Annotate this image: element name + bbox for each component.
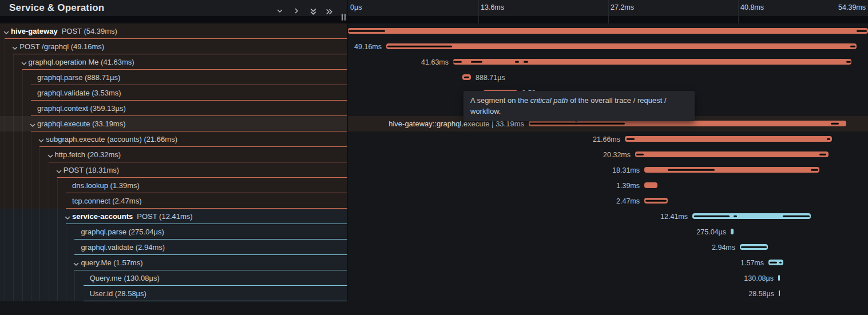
chevron-down-icon[interactable]: [29, 121, 36, 127]
span-bar-row: 41.63ms: [348, 54, 868, 70]
chevron-down-icon[interactable]: [11, 43, 18, 50]
indent-guide: [22, 240, 23, 255]
span-tree-row[interactable]: dns.lookup (1.39ms): [0, 178, 347, 193]
double-chevron-right-icon[interactable]: [325, 7, 334, 17]
chevron-down-icon[interactable]: [276, 7, 286, 17]
duration-label: 130.08µs: [744, 274, 774, 282]
chevron-down-icon[interactable]: [21, 59, 27, 66]
critical-path-segment: [387, 46, 452, 47]
duration-label: 275.04µs: [696, 228, 726, 236]
span-duration-bar[interactable]: [625, 136, 832, 142]
critical-path-segment: [741, 246, 767, 248]
span-duration-bar[interactable]: [740, 244, 768, 250]
duration-label: 888.71µs: [475, 74, 505, 82]
indent-guide: [39, 193, 40, 209]
span-label: User.id (28.58µs): [90, 289, 146, 298]
indent-guide: [22, 147, 23, 162]
duration-label: 2.94ms: [712, 244, 735, 252]
span-tree-row[interactable]: graphql.context (359.13µs): [0, 101, 347, 116]
span-tree-row[interactable]: hive-gatewayPOST (54.39ms): [0, 23, 347, 39]
duration-label: 41.63ms: [421, 58, 449, 66]
span-label: http.fetch (20.32ms): [55, 150, 121, 159]
span-duration-bar[interactable]: [778, 275, 780, 281]
chevron-right-icon[interactable]: [293, 7, 302, 17]
indent-guide: [13, 116, 14, 131]
span-tree-row[interactable]: http.fetch (20.32ms): [0, 147, 347, 162]
double-chevron-down-icon[interactable]: [309, 7, 318, 17]
span-bar-row: 18.31ms: [348, 162, 868, 178]
span-tree-row[interactable]: graphql.validate (3.53ms): [0, 85, 347, 101]
indent-guide: [22, 116, 23, 131]
span-duration-bar[interactable]: [644, 182, 657, 188]
span-tree-row[interactable]: graphql.operation Me (41.63ms): [0, 54, 347, 70]
axis-tick-label: 0µs: [350, 3, 362, 11]
chevron-down-icon[interactable]: [3, 28, 10, 35]
critical-path-segment: [811, 169, 818, 171]
axis-tick-label: 40.8ms: [740, 3, 764, 11]
indent-guide: [22, 101, 23, 116]
column-resize-handle[interactable]: [341, 14, 346, 21]
span-tree-row[interactable]: query.Me (1.57ms): [0, 255, 347, 270]
span-tree-row[interactable]: subgraph.execute (accounts) (21.66ms): [0, 131, 347, 147]
critical-path-segment: [734, 216, 737, 217]
indent-guide: [49, 240, 49, 255]
indent-guide: [5, 39, 5, 54]
critical-path-segment: [827, 138, 830, 140]
axis-tick-label: 27.2ms: [611, 3, 634, 11]
duration-label: 18.31ms: [612, 166, 640, 174]
span-duration-bar[interactable]: [386, 43, 857, 49]
indent-guide: [22, 209, 23, 224]
indent-guide: [5, 286, 5, 301]
span-duration-bar[interactable]: [731, 229, 734, 234]
indent-guide: [31, 270, 31, 286]
chevron-down-icon[interactable]: [73, 260, 80, 266]
indent-guide: [22, 193, 23, 209]
span-duration-bar[interactable]: [644, 167, 819, 173]
duration-label: 28.58µs: [748, 290, 774, 298]
indent-guide: [39, 209, 40, 224]
span-bar-row: 12.41ms: [348, 209, 868, 224]
critical-path-segment: [783, 216, 810, 217]
chevron-down-icon[interactable]: [56, 167, 62, 174]
span-tree-row[interactable]: tcp.connect (2.47ms): [0, 193, 347, 209]
span-duration-bar[interactable]: [644, 198, 668, 204]
chevron-down-icon[interactable]: [38, 136, 45, 143]
indent-guide: [5, 54, 5, 70]
indent-guide: [13, 54, 14, 70]
span-duration-bar[interactable]: [779, 290, 780, 296]
span-tree-row[interactable]: graphql.parse (275.04µs): [0, 224, 347, 240]
span-duration-bar[interactable]: [462, 74, 471, 80]
chevron-down-icon[interactable]: [64, 213, 71, 220]
span-duration-bar[interactable]: [453, 59, 851, 65]
span-duration-bar[interactable]: [692, 213, 811, 219]
indent-guide: [66, 255, 66, 270]
span-label: graphql.validate (3.53ms): [37, 89, 121, 97]
indent-guide: [5, 178, 5, 193]
critical-path-tooltip: A segment on the critical path of the ov…: [463, 91, 695, 121]
span-duration-bar[interactable]: [635, 151, 829, 157]
span-tree-row[interactable]: graphql.validate (2.94ms): [0, 240, 347, 255]
indent-guide: [22, 270, 23, 286]
span-tree-row[interactable]: User.id (28.58µs): [0, 286, 347, 301]
span-duration-bar[interactable]: [348, 28, 868, 34]
span-tree-row[interactable]: graphql.parse (888.71µs): [0, 70, 347, 85]
span-tree-row[interactable]: POST /graphql (49.16ms): [0, 39, 347, 54]
indent-guide: [57, 286, 58, 301]
indent-guide: [74, 270, 75, 286]
indent-guide: [57, 178, 58, 193]
span-tree-row[interactable]: POST (18.31ms): [0, 162, 347, 178]
span-tree-row[interactable]: service-accountsPOST (12.41ms): [0, 209, 347, 224]
span-label: graphql.validate (2.94ms): [81, 243, 165, 252]
span-duration-bar[interactable]: [768, 260, 783, 265]
indent-guide: [39, 240, 40, 255]
duration-label: 49.16ms: [354, 43, 382, 51]
indent-guide: [74, 286, 75, 301]
indent-guide: [5, 193, 5, 209]
critical-path-segment: [819, 154, 826, 155]
span-tree-row[interactable]: Query.me (130.08µs): [0, 270, 347, 286]
span-tree-row[interactable]: graphql.execute (33.19ms): [0, 116, 347, 131]
indent-guide: [13, 85, 14, 101]
chevron-down-icon[interactable]: [47, 151, 54, 158]
indent-guide: [22, 178, 23, 193]
indent-guide: [66, 270, 66, 286]
